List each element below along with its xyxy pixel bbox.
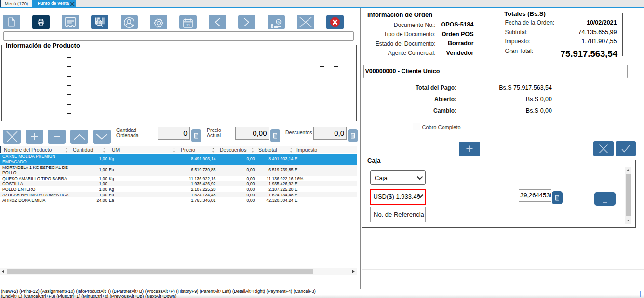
- svg-text:$: $: [278, 20, 280, 24]
- svg-text:31: 31: [186, 23, 190, 27]
